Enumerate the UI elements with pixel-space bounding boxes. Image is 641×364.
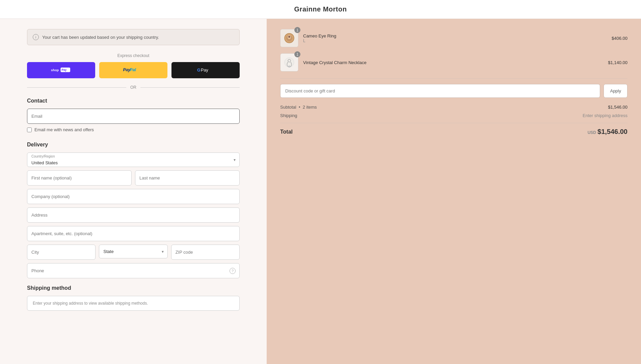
order-divider [280, 78, 627, 79]
item-name-necklace: Vintage Crystal Charm Necklace [303, 60, 603, 65]
total-row: Total USD$1,546.00 [280, 123, 627, 136]
zip-wrapper [171, 245, 240, 260]
total-label: Total [280, 129, 293, 135]
paypal-button[interactable]: Pay Pal [99, 62, 167, 78]
item-image-wrapper-necklace: 1 [280, 53, 298, 72]
left-panel: i Your cart has been updated based on yo… [0, 19, 267, 364]
svg-point-10 [288, 36, 290, 38]
item-details-ring: Cameo Eye Ring L [303, 33, 607, 43]
city-wrapper [27, 245, 96, 260]
phone-wrapper: ? [27, 263, 240, 278]
country-wrapper: Country/Region United States ▾ [27, 152, 240, 167]
shipping-value: Enter shipping address [583, 113, 627, 118]
top-header: Grainne Morton [0, 0, 641, 19]
shipping-label: Shipping [280, 113, 297, 118]
main-layout: i Your cart has been updated based on yo… [0, 19, 641, 364]
svg-text:Pay: Pay [201, 67, 208, 72]
paypal-label: Pay Pal [122, 66, 145, 74]
item-details-necklace: Vintage Crystal Charm Necklace [303, 60, 603, 65]
info-icon: i [33, 34, 39, 40]
item-price-ring: $406.00 [612, 36, 627, 41]
svg-text:Pay: Pay [62, 68, 67, 72]
or-divider: OR [27, 85, 240, 90]
svg-text:G: G [197, 67, 201, 72]
name-row [27, 170, 240, 186]
total-currency: USD [588, 130, 596, 135]
apply-button[interactable]: Apply [604, 84, 627, 98]
shipping-method-placeholder: Enter your shipping address to view avai… [33, 301, 148, 306]
apartment-field[interactable] [27, 226, 240, 241]
contact-title: Contact [27, 98, 240, 104]
right-panel: 1 Cameo Eye Ring L $406.00 [267, 19, 641, 364]
shop-pay-button[interactable]: shop Pay [27, 62, 95, 78]
newsletter-row: Email me with news and offers [27, 127, 240, 132]
svg-text:shop: shop [51, 68, 59, 72]
item-price-necklace: $1,140.00 [608, 60, 627, 65]
city-state-zip-row: State ▾ [27, 245, 240, 260]
subtotal-row: Subtotal • 2 items $1,546.00 [280, 105, 627, 110]
address-field[interactable] [27, 207, 240, 223]
subtotal-value: $1,546.00 [608, 105, 627, 110]
item-badge-1: 1 [294, 27, 300, 33]
state-select[interactable]: State [99, 245, 167, 258]
item-badge-2: 1 [294, 51, 300, 57]
zip-field[interactable] [171, 245, 240, 260]
shipping-method-box: Enter your shipping address to view avai… [27, 296, 240, 311]
or-text: OR [130, 85, 136, 90]
order-item: 1 Vintage Crystal Charm Necklace $1,140.… [280, 53, 627, 72]
divider-line-left [27, 87, 126, 88]
newsletter-checkbox[interactable] [27, 128, 32, 132]
state-wrapper: State ▾ [99, 245, 167, 260]
total-value: USD$1,546.00 [588, 128, 627, 136]
order-items: 1 Cameo Eye Ring L $406.00 [280, 29, 627, 72]
svg-text:Pal: Pal [130, 67, 136, 72]
gpay-label: G Pay [196, 66, 215, 74]
contact-section: Contact Email me with news and offers [27, 98, 240, 132]
first-name-field[interactable] [27, 170, 132, 186]
item-variant-ring: L [303, 38, 607, 43]
company-field[interactable] [27, 189, 240, 204]
newsletter-label: Email me with news and offers [34, 127, 94, 132]
item-name-ring: Cameo Eye Ring [303, 33, 607, 38]
alert-message: Your cart has been updated based on your… [42, 35, 159, 40]
phone-info-icon[interactable]: ? [230, 268, 236, 274]
gpay-button[interactable]: G Pay [171, 62, 240, 78]
brand-title: Grainne Morton [0, 5, 641, 13]
city-field[interactable] [27, 245, 96, 260]
express-checkout-label: Express checkout [27, 53, 240, 58]
delivery-section: Delivery Country/Region United States ▾ [27, 142, 240, 278]
svg-point-13 [289, 66, 290, 67]
discount-input[interactable] [280, 84, 600, 98]
order-item: 1 Cameo Eye Ring L $406.00 [280, 29, 627, 47]
country-select[interactable]: United States [27, 152, 240, 167]
alert-banner: i Your cart has been updated based on yo… [27, 29, 240, 45]
shipping-method-title: Shipping method [27, 285, 240, 291]
last-name-field[interactable] [135, 170, 240, 186]
shipping-row: Shipping Enter shipping address [280, 113, 627, 118]
express-buttons: shop Pay Pay Pal G [27, 62, 240, 78]
phone-field[interactable] [27, 263, 240, 278]
subtotal-label: Subtotal • 2 items [280, 105, 317, 110]
shop-pay-label: shop Pay [51, 66, 71, 74]
delivery-title: Delivery [27, 142, 240, 148]
discount-row: Apply [280, 84, 627, 98]
divider-line-right [140, 87, 240, 88]
email-field[interactable] [27, 109, 240, 124]
item-image-wrapper: 1 [280, 29, 298, 47]
shipping-method-section: Shipping method Enter your shipping addr… [27, 285, 240, 311]
